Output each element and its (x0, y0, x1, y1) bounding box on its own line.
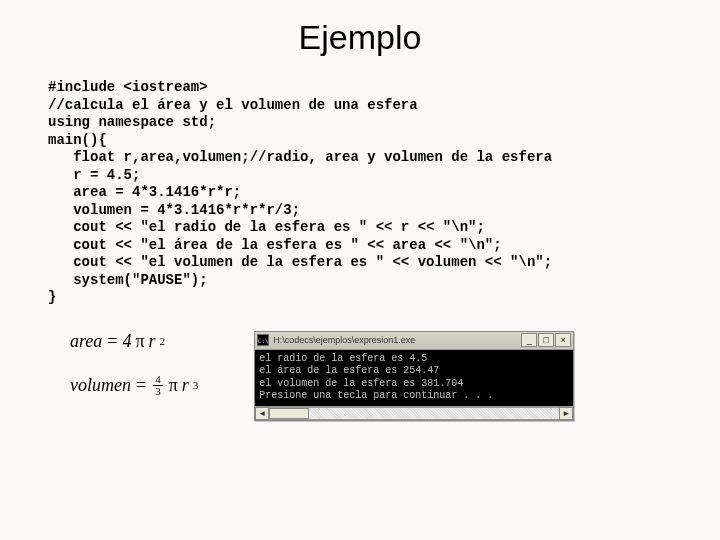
formula-volume: volumen = 4 3 π r3 (70, 374, 198, 397)
minimize-button[interactable]: _ (521, 333, 537, 347)
pi-symbol: π (169, 375, 178, 396)
area-lhs: area (70, 331, 102, 352)
vol-lhs: volumen (70, 375, 131, 396)
equals: = (106, 331, 118, 352)
titlebar: H:\codecs\ejemplos\expresion1.exe _ □ × (255, 332, 573, 350)
slide-title: Ejemplo (0, 18, 720, 57)
fraction: 4 3 (153, 374, 163, 397)
area-var: r (149, 331, 156, 352)
area-coef: 4 (122, 331, 131, 352)
bottom-row: area = 4 π r2 volumen = 4 3 π r3 H:\code… (0, 331, 720, 421)
scroll-thumb[interactable] (269, 408, 309, 419)
close-button[interactable]: × (555, 333, 571, 347)
scrollbar[interactable]: ◄ ► (255, 406, 573, 420)
scroll-track[interactable] (269, 407, 559, 420)
console-icon (257, 334, 269, 346)
scroll-left-button[interactable]: ◄ (255, 407, 269, 420)
titlebar-text: H:\codecs\ejemplos\expresion1.exe (273, 335, 517, 345)
frac-den: 3 (153, 386, 163, 397)
scroll-right-button[interactable]: ► (559, 407, 573, 420)
code-listing: #include <iostream> //calcula el área y … (48, 79, 720, 307)
formula-block: area = 4 π r2 volumen = 4 3 π r3 (70, 331, 198, 419)
console-output: el radio de la esfera es 4.5 el área de … (255, 350, 573, 406)
console-window: H:\codecs\ejemplos\expresion1.exe _ □ × … (254, 331, 574, 421)
maximize-button[interactable]: □ (538, 333, 554, 347)
vol-exp: 3 (193, 379, 199, 391)
formula-area: area = 4 π r2 (70, 331, 198, 352)
equals: = (135, 375, 147, 396)
pi-symbol: π (135, 331, 144, 352)
frac-num: 4 (153, 374, 163, 386)
area-exp: 2 (160, 335, 166, 347)
window-buttons: _ □ × (521, 333, 571, 347)
vol-var: r (182, 375, 189, 396)
